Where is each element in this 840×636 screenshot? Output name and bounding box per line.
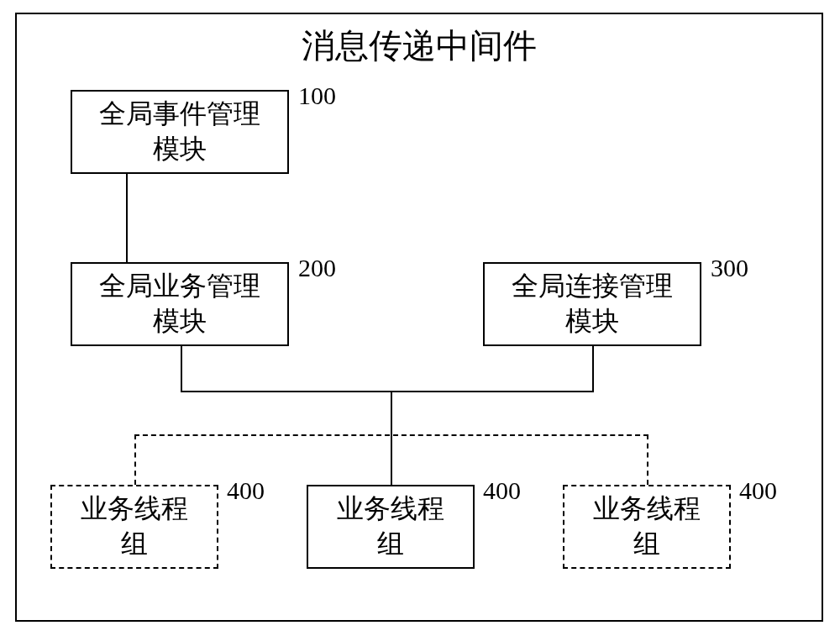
label-400-2: 400	[483, 476, 521, 505]
diagram-title: 消息传递中间件	[302, 23, 537, 69]
label-400-3: 400	[739, 476, 777, 505]
connector-300-down	[592, 346, 594, 392]
label-100: 100	[298, 81, 336, 110]
label-200: 200	[298, 254, 336, 282]
box-business-management-text: 全局业务管理模块	[99, 269, 260, 339]
connector-to-thread-1	[134, 434, 136, 485]
box-event-management: 全局事件管理模块	[71, 90, 289, 174]
box-thread-group-3: 业务线程组	[563, 485, 731, 569]
connector-bus-to-dashed	[391, 391, 392, 434]
box-thread-group-1-text: 业务线程组	[81, 491, 188, 561]
connector-200-down	[181, 346, 182, 392]
connector-thread-bus	[134, 434, 648, 436]
box-event-management-text: 全局事件管理模块	[99, 97, 260, 166]
label-300: 300	[711, 254, 748, 282]
box-connection-management-text: 全局连接管理模块	[512, 269, 673, 339]
connector-bus	[181, 391, 594, 392]
box-business-management: 全局业务管理模块	[71, 262, 289, 346]
label-400-1: 400	[227, 476, 265, 505]
box-thread-group-2: 业务线程组	[307, 485, 475, 569]
box-thread-group-3-text: 业务线程组	[593, 491, 701, 561]
box-connection-management: 全局连接管理模块	[483, 262, 701, 346]
box-thread-group-2-text: 业务线程组	[337, 491, 444, 561]
connector-100-200	[126, 174, 128, 262]
connector-to-thread-3	[647, 434, 648, 485]
diagram-frame: 消息传递中间件 全局事件管理模块 100 全局业务管理模块 200 全局连接管理…	[15, 13, 823, 622]
box-thread-group-1: 业务线程组	[50, 485, 218, 569]
